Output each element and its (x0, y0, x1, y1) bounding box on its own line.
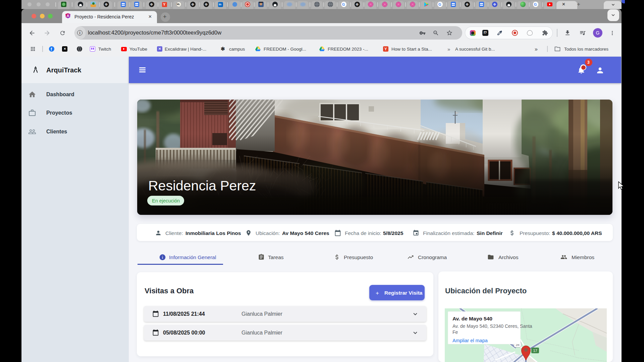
svg-text:Fe: Fe (452, 329, 458, 335)
svg-text:Av. de Mayo 540: Av. de Mayo 540 (452, 316, 492, 321)
svg-text:17: 17 (533, 349, 537, 353)
svg-text:Av. de Mayo 540, S2340 Ceres,: Av. de Mayo 540, S2340 Ceres, Santa (452, 323, 532, 329)
svg-text:Ampliar el mapa: Ampliar el mapa (452, 338, 488, 343)
